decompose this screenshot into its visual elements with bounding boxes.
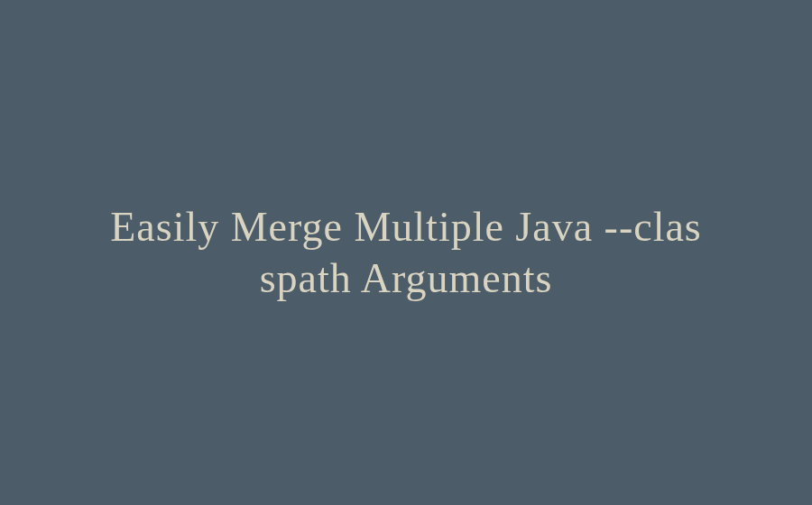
title-container: Easily Merge Multiple Java --classpath A… (0, 201, 812, 305)
page-title: Easily Merge Multiple Java --classpath A… (108, 201, 704, 305)
